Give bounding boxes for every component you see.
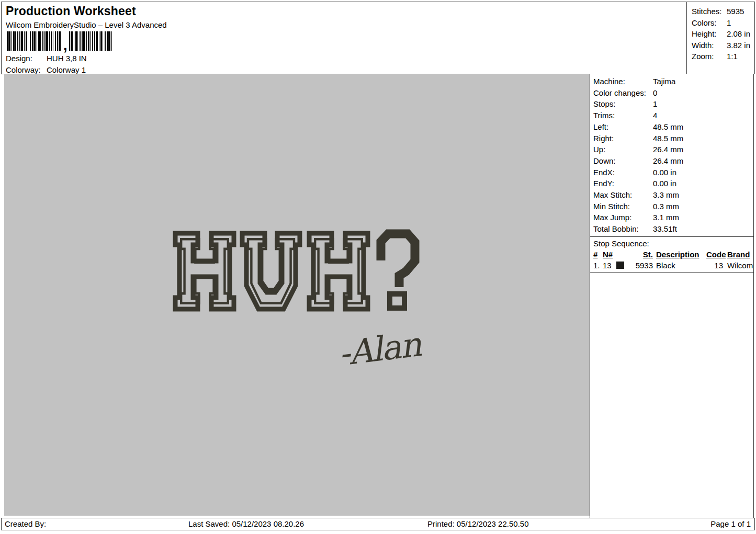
col-description: Description: [656, 249, 706, 260]
printed-text: Printed: 05/12/2023 22.50.50: [427, 519, 529, 528]
design-label: Design:: [6, 53, 47, 64]
machine-info-list: Machine:Tajima Color changes:0 Stops:1 T…: [590, 74, 753, 235]
col-num: #: [593, 249, 603, 260]
summary-row-width: Width:3.82 in: [692, 40, 754, 51]
col-brand: Brand: [727, 249, 750, 260]
design-barcode: ,: [7, 30, 113, 51]
summary-row-height: Height:2.08 in: [692, 28, 754, 40]
summary-row-colors: Colors:1: [692, 17, 754, 29]
production-worksheet-page: { "header": { "title": "Production Works…: [0, 0, 756, 534]
design-value: HUH 3,8 IN: [47, 54, 87, 63]
info-row-down: Down:26.4 mm: [593, 155, 753, 167]
info-row-color-changes: Color changes:0: [593, 87, 753, 99]
col-needle: N#: [603, 249, 616, 260]
barcode-icon: [69, 31, 113, 51]
summary-row-stitches: Stitches:5935: [692, 6, 754, 17]
info-row-up: Up:26.4 mm: [593, 144, 753, 155]
design-summary-box: Stitches:5935 Colors:1 Height:2.08 in Wi…: [686, 2, 754, 74]
info-row-total-bobbin: Total Bobbin:33.51ft: [593, 223, 753, 235]
design-canvas: HUH?: [4, 74, 590, 516]
thread-color-swatch: [616, 262, 624, 269]
info-row-min-stitch: Min Stitch:0.3 mm: [593, 201, 753, 212]
last-saved-text: Last Saved: 05/12/2023 08.20.26: [188, 519, 304, 528]
software-subtitle: Wilcom EmbroideryStudio – Level 3 Advanc…: [6, 20, 167, 29]
info-row-right: Right:48.5 mm: [593, 133, 753, 144]
stop-sequence-row: 1. 13 5933 Black 13 Wilcom: [593, 260, 753, 271]
barcode-icon: [7, 31, 61, 51]
page-indicator: Page 1 of 1: [710, 519, 751, 528]
info-row-stops: Stops:1: [593, 98, 753, 110]
info-row-machine: Machine:Tajima: [593, 76, 753, 87]
artwork-text: HUH?: [4, 74, 5, 74]
worksheet-footer: Created By: Last Saved: 05/12/2023 08.20…: [1, 518, 755, 530]
info-row-max-stitch: Max Stitch:3.3 mm: [593, 189, 753, 201]
col-stitches: St.: [628, 249, 653, 260]
design-name-row: Design:HUH 3,8 IN: [6, 53, 87, 64]
info-row-left: Left:48.5 mm: [593, 121, 753, 133]
page-title: Production Worksheet: [6, 4, 136, 18]
stop-sequence-header-row: # N# St. Description Code Brand: [593, 249, 753, 260]
info-row-endy: EndY:0.00 in: [593, 178, 753, 189]
colorway-value: Colorway 1: [47, 65, 86, 74]
machine-info-panel: Machine:Tajima Color changes:0 Stops:1 T…: [590, 74, 754, 518]
worksheet-header: Production Worksheet Wilcom EmbroiderySt…: [1, 2, 755, 74]
info-row-endx: EndX:0.00 in: [593, 167, 753, 178]
summary-row-zoom: Zoom:1:1: [692, 51, 754, 62]
col-code: Code: [706, 249, 723, 260]
info-row-trims: Trims:4: [593, 110, 753, 121]
barcode-separator: ,: [61, 40, 69, 51]
stop-sequence-section: Stop Sequence: # N# St. Description Code…: [590, 236, 753, 273]
created-by-label: Created By:: [5, 519, 46, 528]
stop-sequence-title: Stop Sequence:: [593, 238, 753, 249]
info-row-max-jump: Max Jump:3.1 mm: [593, 212, 753, 223]
